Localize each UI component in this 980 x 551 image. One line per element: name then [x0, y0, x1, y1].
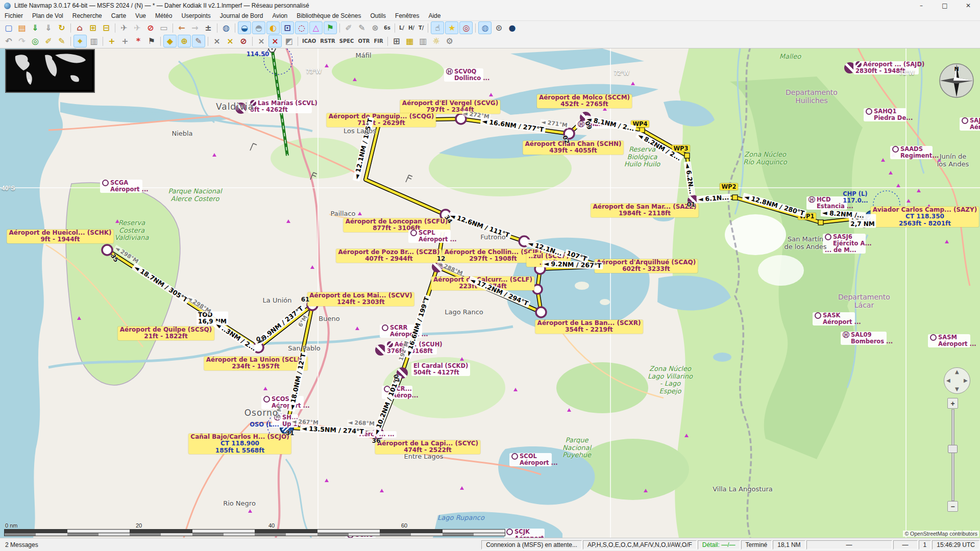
- show-diagram-icon[interactable]: ◩: [283, 35, 295, 47]
- close-button[interactable]: ✕: [957, 0, 980, 11]
- map-zoom-steps-icon[interactable]: ±: [202, 22, 214, 34]
- route-edit-mode-icon[interactable]: ⌖: [74, 35, 87, 47]
- projection-spherical-icon[interactable]: ⊙: [493, 22, 505, 34]
- draw-userpoint-icon[interactable]: ✐: [342, 22, 355, 34]
- zoom-slider-track[interactable]: [951, 409, 954, 501]
- filter-t-button[interactable]: T/: [417, 22, 425, 34]
- save-flightplan-icon[interactable]: ⇓: [29, 22, 41, 34]
- measure-line-icon[interactable]: ✐: [42, 35, 55, 47]
- zoom-out-button[interactable]: −: [947, 501, 958, 512]
- app-icon: [4, 3, 11, 9]
- copy-map-image-icon[interactable]: ▭: [158, 22, 170, 34]
- reload-flightplan-icon[interactable]: ↻: [56, 22, 68, 34]
- redo-icon[interactable]: ↷: [16, 35, 28, 47]
- zoom-in-button[interactable]: +: [947, 398, 958, 409]
- scale-tick-label: 60: [401, 522, 407, 529]
- projection-mercator-icon[interactable]: ◍: [478, 21, 492, 34]
- map-pan-control[interactable]: ▲ ▼ ◀ ▶: [944, 367, 970, 394]
- menu-item-fichier[interactable]: Fichier: [0, 12, 28, 20]
- show-vor-icon[interactable]: ◒: [238, 21, 251, 34]
- map-search-icon[interactable]: ◎: [29, 35, 41, 47]
- append-position-icon[interactable]: +: [119, 35, 131, 47]
- undo-icon[interactable]: ↶: [3, 35, 15, 47]
- hide-soft-airports-icon[interactable]: ×: [224, 35, 236, 47]
- show-highlights-icon[interactable]: ⚑: [324, 21, 337, 34]
- menu-item-vue[interactable]: Vue: [131, 12, 151, 20]
- airspace-rstr-button[interactable]: RSTR: [318, 35, 336, 47]
- departure-airport-icon[interactable]: [280, 421, 293, 434]
- hide-airports-icon[interactable]: ×: [211, 35, 223, 47]
- pan-mode-icon[interactable]: ☝: [431, 21, 444, 34]
- menu-item-outils[interactable]: Outils: [365, 12, 390, 20]
- menu-item-plan-de-vol[interactable]: Plan de Vol: [28, 12, 68, 20]
- menu-item-avion[interactable]: Avion: [267, 12, 292, 20]
- filter-l-button[interactable]: L/: [398, 22, 406, 34]
- world-overview-inset[interactable]: [5, 49, 95, 93]
- menu-item-carte[interactable]: Carte: [107, 12, 131, 20]
- show-airspaces-icon[interactable]: ◌: [295, 21, 308, 34]
- center-flightplan-icon[interactable]: ⊞: [87, 22, 99, 34]
- destination-airport-icon[interactable]: [866, 211, 878, 223]
- menu-item-userpoints[interactable]: Userpoints: [177, 12, 215, 20]
- airspace-icao-button[interactable]: ICAO: [301, 35, 317, 47]
- show-aircraft-icon[interactable]: ✈: [118, 22, 130, 34]
- home-view-icon[interactable]: ⌂: [74, 22, 86, 34]
- show-vfr-points-icon[interactable]: △: [309, 21, 323, 34]
- minimize-button[interactable]: –: [910, 0, 933, 11]
- open-flightplan-icon[interactable]: ▤: [16, 22, 28, 34]
- show-compass-rose-icon[interactable]: ⊕: [178, 35, 191, 47]
- draw-measure-icon[interactable]: ✎: [356, 22, 368, 34]
- new-flightplan-icon[interactable]: ▢: [3, 22, 15, 34]
- add-position-icon[interactable]: +: [106, 35, 118, 47]
- menu-item-recherche[interactable]: Recherche: [68, 12, 107, 20]
- route-anchor-icon[interactable]: ⚑: [145, 35, 158, 47]
- airspace-otr-button[interactable]: OTR: [356, 35, 371, 47]
- show-route-icon[interactable]: ◆: [163, 35, 177, 47]
- menu-item-biblioth-que-de-sc-nes[interactable]: Bibliothèque de Scènes: [292, 12, 365, 20]
- title-bar: Little Navmap 3.0.17 64-bit — MSFS 2024 …: [0, 0, 980, 12]
- show-flightplan-table-icon[interactable]: ▦: [404, 35, 416, 47]
- menu-item-fen-tres[interactable]: Fenêtres: [390, 12, 424, 20]
- show-procedures-icon[interactable]: ×: [268, 35, 282, 47]
- menu-item-m-t-o[interactable]: Météo: [151, 12, 177, 20]
- show-waypoints-icon[interactable]: ⊡: [281, 21, 294, 34]
- sun-time-button[interactable]: 6s: [382, 22, 392, 34]
- scale-tick-label: 40: [268, 522, 275, 529]
- show-ndb-icon[interactable]: ◓: [252, 21, 265, 34]
- map-toolbar: ↶↷◎✐✎⌖▥++*⚑◆⊕✎××⊘××◩ICAORSTRSPECOTRFIR⊞▦…: [0, 34, 980, 48]
- center-active-leg-icon[interactable]: ⊟: [100, 22, 112, 34]
- position-indicator: —: [806, 540, 892, 549]
- filter-h-button[interactable]: H/: [407, 22, 416, 34]
- delete-aircraft-track-icon[interactable]: ⊘: [144, 22, 157, 34]
- measure-rhumb-icon[interactable]: ✎: [56, 35, 68, 47]
- airspace-spec-button[interactable]: SPEC: [338, 35, 356, 47]
- clear-measure-icon[interactable]: ⊗: [369, 22, 381, 34]
- messages-indicator[interactable]: 2 Messages: [0, 541, 43, 548]
- hide-empty-airports-icon[interactable]: ⊘: [237, 35, 250, 47]
- sun-shading-icon[interactable]: ☼: [430, 35, 443, 47]
- center-mark-icon[interactable]: ◎: [459, 21, 473, 34]
- map-theme-icon[interactable]: ●: [506, 22, 518, 34]
- save-as-flightplan-icon[interactable]: ⇓: [42, 22, 55, 34]
- show-aircraft-track-icon[interactable]: ✈: [131, 22, 143, 34]
- zoom-slider-handle[interactable]: [948, 445, 958, 453]
- add-userpoint-icon[interactable]: *: [132, 35, 144, 47]
- hide-navaids-icon[interactable]: ×: [255, 35, 267, 47]
- options-icon[interactable]: ⚙: [444, 35, 456, 47]
- map-back-icon[interactable]: ←: [176, 22, 188, 34]
- airspace-fir-button[interactable]: FIR: [372, 35, 384, 47]
- maximize-button[interactable]: □: [933, 0, 957, 11]
- export-table-icon[interactable]: ⊞: [390, 35, 403, 47]
- compass-rose: N: [938, 62, 975, 99]
- menu-item-journal-de-bord[interactable]: Journal de Bord: [215, 12, 268, 20]
- show-search-table-icon[interactable]: ▥: [417, 35, 429, 47]
- map-forward-icon[interactable]: →: [189, 22, 201, 34]
- zoom-indicator: 1: [919, 540, 932, 549]
- map-canvas[interactable]: [0, 0, 980, 551]
- menu-item-aide[interactable]: Aide: [424, 12, 445, 20]
- map-projection-globe-icon[interactable]: ◍: [220, 22, 232, 34]
- show-marks-icon[interactable]: ★: [445, 21, 458, 34]
- route-table-icon[interactable]: ▥: [88, 35, 100, 47]
- edit-userpoint-icon[interactable]: ✎: [192, 35, 205, 47]
- show-sun-shading-icon[interactable]: ◐: [266, 21, 280, 34]
